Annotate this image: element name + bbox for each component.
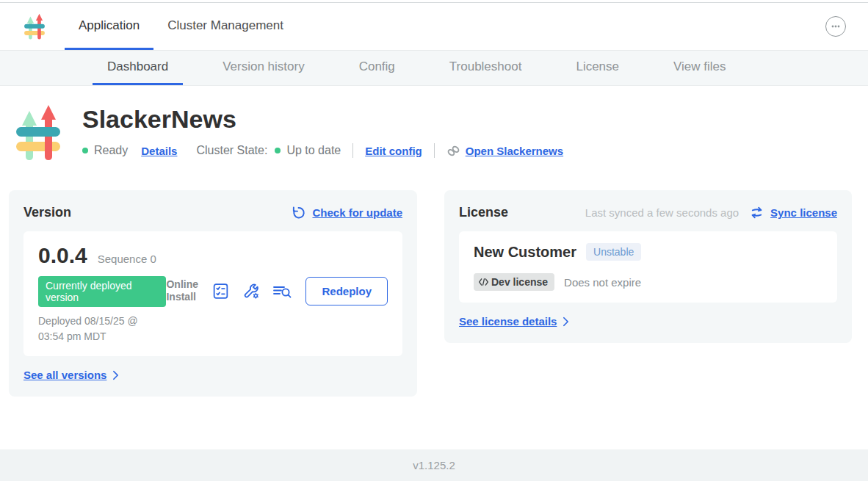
- tab-application[interactable]: Application: [65, 3, 153, 50]
- console-footer: v1.125.2: [0, 449, 868, 481]
- subnav-config-label: Config: [359, 59, 395, 74]
- license-card-title: License: [459, 205, 508, 220]
- subnav-license-label: License: [576, 59, 619, 74]
- install-type-label: Online Install: [166, 278, 200, 304]
- subnav-view-files-label: View files: [673, 59, 726, 74]
- app-status-label: Ready: [94, 144, 128, 157]
- hash-arrows-logo: [24, 14, 45, 40]
- subnav-dashboard-label: Dashboard: [107, 59, 168, 74]
- dashboard-cards: Version Check for update 0.0.4 Sequence …: [9, 190, 859, 397]
- console-version: v1.125.2: [413, 459, 455, 471]
- wrench-gear-icon: [242, 282, 261, 300]
- chevron-right-icon: [112, 370, 119, 380]
- subnav-item-config[interactable]: Config: [344, 51, 410, 85]
- admin-console-page: Application Cluster Management Dashboard…: [0, 0, 868, 481]
- app-subnav: Dashboard Version history Config Trouble…: [0, 51, 868, 86]
- app-status-row: Ready Details Cluster State: Up to date …: [82, 143, 563, 158]
- primary-navbar: Application Cluster Management: [0, 3, 868, 51]
- check-for-update-link[interactable]: Check for update: [292, 206, 402, 220]
- chevron-right-icon: [563, 317, 569, 327]
- current-version-panel: 0.0.4 Sequence 0 Currently deployed vers…: [23, 231, 402, 356]
- more-menu-button[interactable]: [825, 16, 846, 37]
- checklist-icon: [211, 282, 230, 300]
- open-app-link[interactable]: Open Slackernews: [446, 144, 563, 158]
- ellipsis-icon: [830, 21, 842, 32]
- subnav-item-troubleshoot[interactable]: Troubleshoot: [435, 51, 537, 85]
- deployed-status-badge: Currently deployed version: [38, 276, 166, 307]
- deployed-timestamp: Deployed 08/15/25 @ 03:54 pm MDT: [38, 314, 166, 344]
- refresh-icon: [292, 206, 305, 220]
- view-logs-button[interactable]: [272, 281, 292, 301]
- sync-license-link[interactable]: Sync license: [750, 206, 837, 220]
- link-chain-icon: [446, 144, 460, 158]
- sync-license-label: Sync license: [770, 206, 837, 219]
- edit-config-link[interactable]: Edit config: [365, 145, 422, 157]
- subnav-item-license[interactable]: License: [561, 51, 634, 85]
- app-ready-dot: [82, 148, 88, 153]
- license-type-label: Dev license: [491, 276, 548, 288]
- subnav-item-dashboard[interactable]: Dashboard: [93, 51, 183, 85]
- subnav-troubleshoot-label: Troubleshoot: [449, 59, 522, 74]
- version-card-title: Version: [23, 205, 71, 220]
- cluster-state-dot: [275, 148, 281, 153]
- channel-badge: Unstable: [586, 243, 641, 261]
- page-title: SlackerNews: [82, 105, 563, 134]
- license-expiry: Does not expire: [564, 276, 641, 289]
- app-logo-large-icon: [16, 102, 60, 162]
- see-all-versions-label: See all versions: [23, 369, 106, 381]
- redeploy-button[interactable]: Redeploy: [305, 277, 388, 305]
- license-type-badge: Dev license: [474, 273, 554, 291]
- subnav-item-version-history[interactable]: Version history: [208, 51, 319, 85]
- see-license-details-link[interactable]: See license details: [459, 315, 569, 328]
- tab-cluster-management[interactable]: Cluster Management: [153, 3, 297, 50]
- cluster-state-value: Up to date: [286, 144, 341, 157]
- version-number: 0.0.4: [38, 243, 87, 268]
- details-link[interactable]: Details: [141, 145, 177, 157]
- code-icon: [478, 278, 489, 286]
- preflight-checks-button[interactable]: [210, 281, 231, 301]
- sequence-label: Sequence 0: [98, 253, 156, 265]
- version-card: Version Check for update 0.0.4 Sequence …: [9, 190, 417, 397]
- license-card: License Last synced a few seconds ago: [444, 190, 852, 343]
- app-logo-icon: [24, 12, 45, 40]
- config-wrench-button[interactable]: [241, 281, 261, 301]
- subnav-item-view-files[interactable]: View files: [659, 51, 741, 85]
- logs-search-icon: [272, 282, 292, 300]
- see-all-versions-link[interactable]: See all versions: [23, 369, 119, 381]
- check-for-update-label: Check for update: [312, 206, 402, 219]
- divider: [434, 143, 435, 158]
- tab-cluster-management-label: Cluster Management: [167, 18, 283, 33]
- see-license-details-label: See license details: [459, 315, 557, 328]
- app-hero: SlackerNews Ready Details Cluster State:…: [16, 102, 868, 162]
- divider: [352, 143, 353, 158]
- cluster-state-label: Cluster State:: [196, 144, 267, 157]
- primary-tabs: Application Cluster Management: [65, 3, 297, 50]
- customer-name: New Customer: [474, 244, 576, 261]
- license-details-panel: New Customer Unstable Dev license: [459, 231, 837, 303]
- subnav-version-history-label: Version history: [223, 59, 305, 74]
- tab-application-label: Application: [79, 18, 140, 33]
- sync-arrows-icon: [750, 206, 764, 220]
- last-synced-label: Last synced a few seconds ago: [585, 206, 739, 219]
- open-app-label: Open Slackernews: [466, 145, 563, 157]
